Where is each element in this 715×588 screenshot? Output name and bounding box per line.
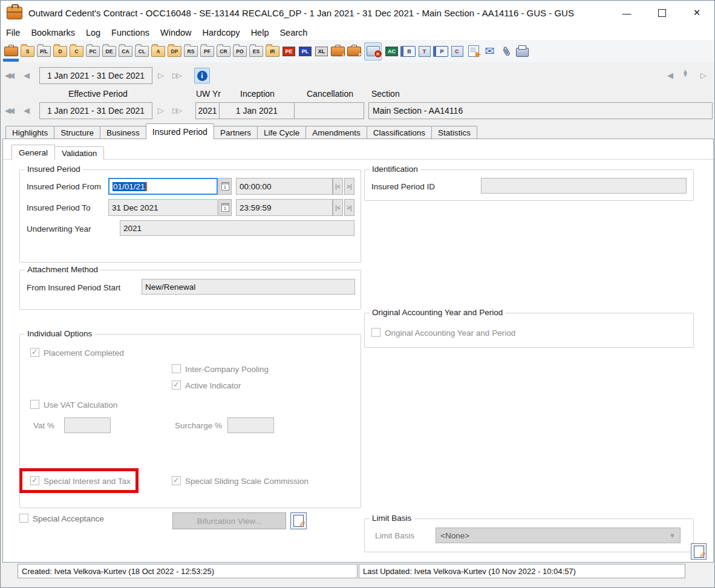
- menu-functions[interactable]: Functions: [106, 28, 155, 38]
- inter-company-pooling-checkbox[interactable]: [172, 364, 181, 373]
- folder-po-icon[interactable]: PO: [232, 43, 248, 60]
- tab-partners[interactable]: Partners: [214, 126, 258, 139]
- insured-period-from-time[interactable]: 00:00:00: [236, 178, 333, 195]
- menu-hardcopy[interactable]: Hardcopy: [197, 28, 246, 38]
- maximize-button[interactable]: [644, 1, 679, 25]
- bifurcation-edit-button[interactable]: [290, 512, 307, 529]
- original-accounting-checkbox[interactable]: [371, 328, 380, 337]
- briefcase-l-icon[interactable]: L: [330, 43, 346, 60]
- folder-d-icon[interactable]: D: [52, 43, 68, 60]
- mail-icon[interactable]: ✉: [482, 43, 498, 60]
- subtab-general[interactable]: General: [11, 145, 55, 160]
- contract-period-box[interactable]: 1 Jan 2021 - 31 Dec 2021: [39, 67, 152, 84]
- folder-es-icon[interactable]: ES: [248, 43, 264, 60]
- book-b-icon[interactable]: B: [400, 43, 416, 60]
- insured-period-panel: General Validation Insured Period Insure…: [2, 139, 714, 563]
- tab-classifications[interactable]: Classifications: [367, 126, 432, 139]
- insured-period-to-input[interactable]: 31 Dec 2021: [108, 199, 218, 216]
- tab-life-cycle[interactable]: Life Cycle: [257, 126, 306, 139]
- contract-last-button[interactable]: ▷▷: [172, 71, 180, 79]
- menu-help[interactable]: Help: [246, 28, 275, 38]
- section-prev-button[interactable]: ◀: [667, 71, 673, 79]
- contract-briefcase-icon[interactable]: [3, 43, 19, 60]
- cancellation-box: [294, 102, 364, 119]
- folder-a-icon[interactable]: A: [150, 43, 166, 60]
- menu-window[interactable]: Window: [155, 28, 197, 38]
- paperclip-icon[interactable]: [498, 43, 514, 60]
- to-time-first-button[interactable]: |<: [333, 199, 343, 216]
- insured-period-id-input: [481, 178, 687, 194]
- close-button[interactable]: ✕: [679, 1, 714, 25]
- effective-period-label: Effective Period: [68, 89, 128, 99]
- period-prev-button[interactable]: ◀: [24, 106, 30, 114]
- period-first-button[interactable]: ◀◀: [5, 106, 12, 114]
- tab-insured-period[interactable]: Insured Period: [146, 123, 214, 139]
- tab-statistics[interactable]: Statistics: [431, 126, 477, 139]
- tab-amendments[interactable]: Amendments: [305, 126, 367, 139]
- printer-icon[interactable]: [514, 43, 531, 60]
- ac-icon[interactable]: AC: [384, 43, 400, 60]
- folder-pc-icon[interactable]: PC: [85, 43, 101, 60]
- menu-search[interactable]: Search: [274, 28, 313, 38]
- insured-period-from-input[interactable]: 01/01/21: [108, 178, 218, 195]
- attachment-method-group-title: Attachment Method: [25, 265, 100, 274]
- tab-structure[interactable]: Structure: [54, 126, 100, 139]
- folder-ca-icon[interactable]: CA: [117, 43, 134, 60]
- folder-c-icon[interactable]: C: [68, 43, 85, 60]
- folder-pl-icon[interactable]: P/L: [36, 43, 52, 60]
- from-calendar-button[interactable]: 1: [218, 178, 232, 195]
- from-time-first-button[interactable]: |<: [333, 178, 343, 195]
- placement-completed-label: Placement Completed: [44, 348, 124, 358]
- cancel-icon[interactable]: ✕: [364, 42, 382, 60]
- folder-pf-icon[interactable]: PF: [199, 43, 215, 60]
- section-next-button[interactable]: ▷: [700, 71, 707, 79]
- menu-file[interactable]: File: [1, 28, 25, 38]
- individual-options-group-title: Individual Options: [25, 329, 94, 338]
- active-indicator-checkbox[interactable]: ✓: [172, 381, 181, 390]
- sheet-pencil-icon: [293, 515, 304, 527]
- insured-period-to-time[interactable]: 23:59:59: [236, 199, 333, 216]
- bifurcation-view-button[interactable]: Bifurcation View...: [172, 512, 286, 529]
- to-time-last-button[interactable]: >|: [344, 199, 354, 216]
- book-p-icon[interactable]: P: [433, 43, 449, 60]
- menu-bookmarks[interactable]: Bookmarks: [25, 28, 80, 38]
- effective-period-box[interactable]: 1 Jan 2021 - 31 Dec 2021: [39, 102, 152, 119]
- briefcase-p-icon[interactable]: P: [346, 43, 362, 60]
- folder-ir-icon[interactable]: IR: [264, 43, 281, 60]
- special-interest-and-tax-checkbox[interactable]: ✓: [30, 476, 39, 485]
- tab-highlights[interactable]: Highlights: [5, 126, 54, 139]
- special-sliding-scale-commission-checkbox[interactable]: ✓: [172, 476, 181, 485]
- subtab-validation[interactable]: Validation: [54, 146, 104, 160]
- minimize-button[interactable]: —: [609, 1, 644, 25]
- folder-de-icon[interactable]: DE: [101, 43, 117, 60]
- panel-edit-button[interactable]: [691, 543, 707, 560]
- period-last-button[interactable]: ▷▷: [172, 106, 180, 114]
- menu-log[interactable]: Log: [80, 28, 106, 38]
- folder-rs-icon[interactable]: RS: [183, 43, 199, 60]
- pe-icon[interactable]: PE: [281, 43, 297, 60]
- inception-label: Inception: [240, 89, 275, 99]
- xl-icon[interactable]: XL: [313, 43, 330, 60]
- underwriting-year-input[interactable]: 2021: [120, 220, 354, 236]
- contract-first-button[interactable]: ◀◀: [5, 71, 12, 79]
- from-time-last-button[interactable]: >|: [344, 178, 354, 195]
- contract-next-button[interactable]: ▷: [158, 71, 164, 79]
- folder-cr-icon[interactable]: CR: [215, 43, 232, 60]
- info-icon[interactable]: i: [194, 68, 210, 83]
- period-next-button[interactable]: ▷: [158, 106, 164, 114]
- contract-prev-button[interactable]: ◀: [24, 71, 30, 79]
- folder-dp-icon[interactable]: DP: [166, 43, 183, 60]
- use-vat-calculation-checkbox[interactable]: [30, 400, 39, 409]
- to-calendar-button[interactable]: 1: [218, 199, 232, 216]
- table-c-icon[interactable]: C: [449, 43, 465, 60]
- pl-icon[interactable]: PL: [297, 43, 313, 60]
- folder-s-icon[interactable]: S: [19, 43, 36, 60]
- table-t-icon[interactable]: T: [416, 43, 433, 60]
- list-export-icon[interactable]: [465, 43, 482, 60]
- folder-cl-icon[interactable]: CL: [134, 43, 150, 60]
- title-bar: Outward Cedent's Contract - OCC16048 - S…: [1, 1, 714, 25]
- tab-business[interactable]: Business: [100, 126, 146, 139]
- special-acceptance-checkbox[interactable]: [19, 514, 28, 523]
- placement-completed-checkbox[interactable]: ✓: [30, 348, 39, 357]
- section-sort-button[interactable]: ▲▼: [682, 70, 688, 76]
